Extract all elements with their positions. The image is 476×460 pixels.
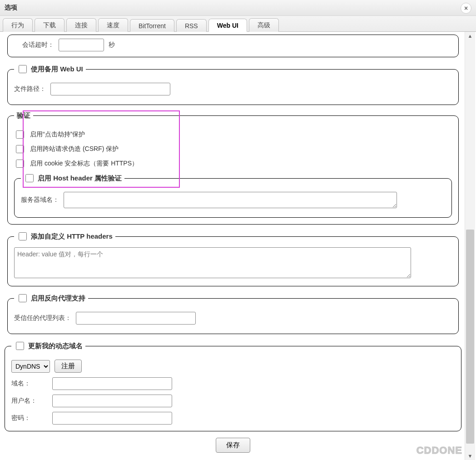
clickjacking-label: 启用“点击劫持”保护 (30, 130, 85, 139)
csrf-checkbox[interactable] (16, 145, 24, 153)
dialog-title: 选项 (5, 4, 17, 12)
scroll-thumb[interactable] (466, 230, 474, 444)
dyndns-service-select[interactable]: DynDNS (11, 360, 50, 373)
close-icon: × (464, 5, 468, 11)
fieldset-auth: 验证 启用“点击劫持”保护 启用跨站请求伪造 (CSRF) 保护 启用 cook… (7, 111, 459, 225)
fieldset-alt-webui: 使用备用 Web UI 文件路径： (7, 64, 459, 105)
dialog-title-bar: 选项 (0, 0, 476, 16)
reverse-proxy-checkbox[interactable] (19, 294, 27, 302)
clickjacking-checkbox[interactable] (16, 130, 24, 139)
dyndns-domain-input[interactable] (52, 377, 172, 390)
dyndns-password-input[interactable] (52, 412, 172, 425)
alt-webui-path-input[interactable] (50, 83, 170, 95)
dyndns-checkbox[interactable] (16, 342, 24, 350)
tab-speed[interactable]: 速度 (98, 18, 128, 32)
reverse-proxy-legend: 启用反向代理支持 (31, 294, 85, 303)
tab-download[interactable]: 下载 (35, 18, 64, 32)
fieldset-host-header: 启用 Host header 属性验证 服务器域名： (14, 173, 452, 218)
dyndns-username-input[interactable] (52, 395, 172, 407)
fieldset-custom-headers: 添加自定义 HTTP headers (7, 231, 459, 286)
tab-behavior[interactable]: 行为 (3, 18, 33, 32)
tab-connection[interactable]: 连接 (66, 18, 96, 32)
save-button[interactable]: 保存 (216, 438, 250, 453)
tab-bittorrent[interactable]: BitTorrent (130, 19, 174, 32)
tab-advanced[interactable]: 高级 (249, 18, 279, 32)
server-domain-input[interactable] (64, 192, 397, 208)
custom-headers-textarea[interactable] (14, 247, 411, 278)
server-domain-label: 服务器域名： (21, 196, 59, 204)
session-timeout-unit: 秒 (109, 41, 115, 49)
dyndns-legend: 更新我的动态域名 (28, 342, 83, 350)
close-button[interactable]: × (461, 3, 471, 14)
tab-bar: 行为 下载 连接 速度 BitTorrent RSS Web UI 高级 (0, 16, 476, 32)
tab-webui[interactable]: Web UI (208, 19, 247, 32)
scroll-down-icon[interactable]: ▼ (465, 452, 475, 460)
trusted-proxies-label: 受信任的代理列表： (14, 314, 71, 322)
alt-webui-legend: 使用备用 Web UI (31, 65, 83, 74)
fieldset-reverse-proxy: 启用反向代理支持 受信任的代理列表： (7, 293, 459, 334)
session-timeout-label: 会话超时： (22, 41, 54, 49)
alt-webui-checkbox[interactable] (19, 65, 27, 73)
scroll-up-icon[interactable]: ▲ (465, 32, 475, 40)
dyndns-password-label: 密码： (11, 414, 48, 422)
csrf-label: 启用跨站请求伪造 (CSRF) 保护 (30, 145, 119, 153)
dyndns-domain-label: 域名： (11, 380, 48, 388)
custom-headers-legend: 添加自定义 HTTP headers (31, 232, 113, 241)
host-header-checkbox[interactable] (25, 174, 34, 182)
custom-headers-checkbox[interactable] (19, 232, 27, 240)
dyndns-register-button[interactable]: 注册 (55, 360, 82, 373)
fieldset-dyndns: 更新我的动态域名 DynDNS 注册 域名： 用户名： 密码： (5, 340, 461, 431)
session-timeout-input[interactable] (59, 39, 104, 51)
trusted-proxies-input[interactable] (76, 312, 196, 325)
auth-legend: 验证 (17, 111, 30, 120)
alt-webui-path-label: 文件路径： (14, 85, 46, 93)
cookie-secure-label: 启用 cookie 安全标志（需要 HTTPS） (30, 160, 138, 168)
vertical-scrollbar[interactable]: ▲ ▼ (465, 32, 475, 460)
host-header-legend: 启用 Host header 属性验证 (38, 174, 122, 183)
tab-content: 会话超时： 秒 使用备用 Web UI 文件路径： 验证 (2, 32, 464, 460)
dyndns-username-label: 用户名： (11, 397, 48, 405)
cookie-secure-checkbox[interactable] (16, 160, 24, 168)
tab-rss[interactable]: RSS (176, 19, 207, 32)
watermark: CDDONE (416, 445, 462, 456)
